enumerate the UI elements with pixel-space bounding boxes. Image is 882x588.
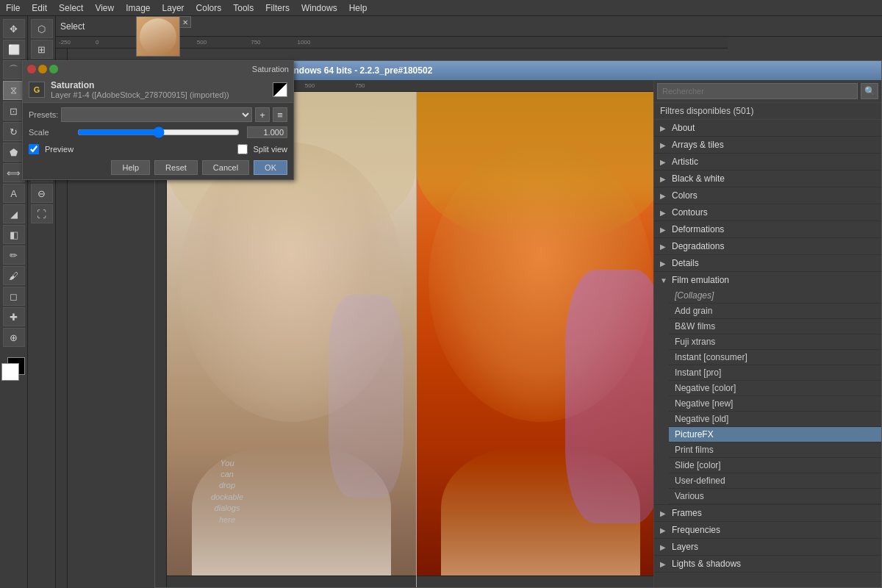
minimize-button[interactable] — [38, 65, 47, 74]
color-swatches — [1, 356, 26, 381]
filter-item-fuji[interactable]: Fuji xtrans — [669, 334, 881, 350]
tool-brush[interactable]: 🖌 — [3, 266, 25, 285]
presets-select[interactable] — [61, 107, 252, 122]
arrow-icon: ▶ — [660, 259, 669, 268]
tool-heal[interactable]: ✚ — [3, 307, 25, 326]
filter-item-user_defined[interactable]: User-defined — [669, 473, 881, 489]
gmic-filter-panel: 🔍 Filtres disponibles (501) ▶About▶Array… — [653, 80, 881, 587]
maximize-button[interactable] — [49, 65, 58, 74]
filter-group-label: Lights & shadows — [672, 559, 741, 569]
tool-rect-select[interactable]: ⬜ — [3, 40, 25, 59]
filter-item-add_grain[interactable]: Add grain — [669, 304, 881, 319]
scale-slider[interactable] — [77, 127, 240, 137]
filter-group-deformations: ▶Deformations — [654, 221, 881, 238]
filter-group-film: ▼Film emulation[Collages]Add grainB&W fi… — [654, 272, 881, 505]
tool-fuzzy-select[interactable]: ⧖ — [3, 81, 25, 100]
filter-group-label: Deformations — [672, 224, 724, 234]
menu-colors[interactable]: Colors — [190, 1, 228, 15]
search-button[interactable]: 🔍 — [861, 83, 878, 99]
thumbnail-close[interactable]: ✕ — [179, 16, 191, 28]
split-view-checkbox[interactable] — [237, 144, 248, 154]
filter-group-header-colors[interactable]: ▶Colors — [654, 187, 881, 204]
filter-group-header-deformations[interactable]: ▶Deformations — [654, 221, 881, 237]
filter-item-collages[interactable]: [Collages] — [669, 288, 881, 304]
tool-eraser[interactable]: ◻ — [3, 287, 25, 306]
filter-group-header-frames[interactable]: ▶Frames — [654, 505, 881, 521]
filter-item-negative_o[interactable]: Negative [old] — [669, 412, 881, 427]
tool-crop[interactable]: ⊡ — [3, 101, 25, 121]
filter-item-negative_c[interactable]: Negative [color] — [669, 381, 881, 396]
color-swatch[interactable] — [273, 82, 287, 97]
search-input[interactable] — [657, 83, 858, 99]
filter-item-negative_n[interactable]: Negative [new] — [669, 396, 881, 412]
filter-item-print_films[interactable]: Print films — [669, 442, 881, 458]
menu-edit[interactable]: Edit — [26, 1, 53, 15]
scale-value-input[interactable] — [247, 126, 287, 138]
arrow-icon: ▶ — [660, 526, 669, 534]
menu-help[interactable]: Help — [343, 1, 373, 15]
tool-perspective[interactable]: ⬟ — [3, 143, 25, 162]
menu-tools[interactable]: Tools — [227, 1, 259, 15]
filter-group-header-bw[interactable]: ▶Black & white — [654, 171, 881, 187]
filter-group-header-layers[interactable]: ▶Layers — [654, 539, 881, 555]
scale-row: Scale — [29, 126, 287, 138]
cancel-button[interactable]: Cancel — [202, 160, 249, 175]
filter-item-picturefx[interactable]: PictureFX — [669, 427, 881, 442]
filter-item-slide_color[interactable]: Slide [color] — [669, 458, 881, 473]
tool-bucket[interactable]: ◢ — [3, 204, 25, 223]
tool-lasso[interactable]: ⌒ — [3, 60, 25, 79]
preview-checkbox[interactable] — [29, 144, 39, 154]
menu-image[interactable]: Image — [120, 1, 156, 15]
close-button[interactable] — [27, 65, 36, 74]
filter-item-instant_p[interactable]: Instant [pro] — [669, 365, 881, 381]
tool2-new[interactable]: ⬡ — [31, 19, 53, 38]
filter-group-colors: ▶Colors — [654, 187, 881, 204]
filter-group-header-details[interactable]: ▶Details — [654, 255, 881, 271]
filter-group-label: Black & white — [672, 173, 725, 184]
tool-pencil[interactable]: ✏ — [3, 245, 25, 265]
filter-group-header-artistic[interactable]: ▶Artistic — [654, 154, 881, 170]
split-divider — [416, 92, 417, 587]
tool-flip[interactable]: ⟺ — [3, 163, 25, 182]
preset-add-button[interactable]: + — [255, 107, 270, 122]
tool-rotate[interactable]: ↻ — [3, 122, 25, 141]
menu-filters[interactable]: Filters — [259, 1, 295, 15]
filter-group-label: Frequencies — [672, 525, 720, 535]
tool2-open[interactable]: ⊞ — [31, 40, 53, 59]
filter-group-header-film[interactable]: ▼Film emulation — [654, 272, 881, 288]
filter-group-header-arrays[interactable]: ▶Arrays & tiles — [654, 137, 881, 153]
menu-windows[interactable]: Windows — [295, 1, 343, 15]
filter-group-header-about[interactable]: ▶About — [654, 120, 881, 136]
tool2-zoom-out[interactable]: ⊖ — [31, 184, 53, 203]
tool-text[interactable]: A — [3, 184, 25, 203]
preset-manage-button[interactable]: ≡ — [273, 107, 287, 122]
canvas-scrollbar-bottom[interactable] — [167, 576, 653, 587]
filter-item-bw_films[interactable]: B&W films — [669, 319, 881, 334]
filter-group-details: ▶Details — [654, 255, 881, 272]
menu-view[interactable]: View — [89, 1, 120, 15]
filter-group-degradations: ▶Degradations — [654, 238, 881, 255]
image-thumbnail — [136, 16, 180, 57]
reset-button[interactable]: Reset — [154, 160, 198, 175]
filter-group-header-degradations[interactable]: ▶Degradations — [654, 238, 881, 254]
filter-list: ▶About▶Arrays & tiles▶Artistic▶Black & w… — [654, 120, 881, 587]
menu-select[interactable]: Select — [53, 1, 89, 15]
tool2-zoom-fit[interactable]: ⛶ — [31, 204, 53, 223]
menu-file[interactable]: File — [0, 1, 26, 15]
tool-gradient[interactable]: ◧ — [3, 225, 25, 244]
filter-group-label: Frames — [672, 508, 702, 518]
tool-move[interactable]: ✥ — [3, 19, 25, 38]
background-color[interactable] — [1, 363, 19, 381]
drop-text: Youcandropdockabledialogshere — [211, 458, 243, 526]
filter-item-instant_c[interactable]: Instant [consumer] — [669, 350, 881, 365]
preview-row: Preview Split view — [29, 144, 287, 154]
menu-layer[interactable]: Layer — [157, 1, 190, 15]
ok-button[interactable]: OK — [254, 160, 287, 175]
presets-row: Presets: + ≡ — [29, 107, 287, 122]
tool-clone[interactable]: ⊕ — [3, 328, 25, 347]
help-button[interactable]: Help — [111, 160, 150, 175]
filter-group-header-frequencies[interactable]: ▶Frequencies — [654, 522, 881, 538]
filter-group-header-contours[interactable]: ▶Contours — [654, 204, 881, 220]
filter-item-various[interactable]: Various — [669, 489, 881, 504]
filter-group-header-lights[interactable]: ▶Lights & shadows — [654, 556, 881, 572]
